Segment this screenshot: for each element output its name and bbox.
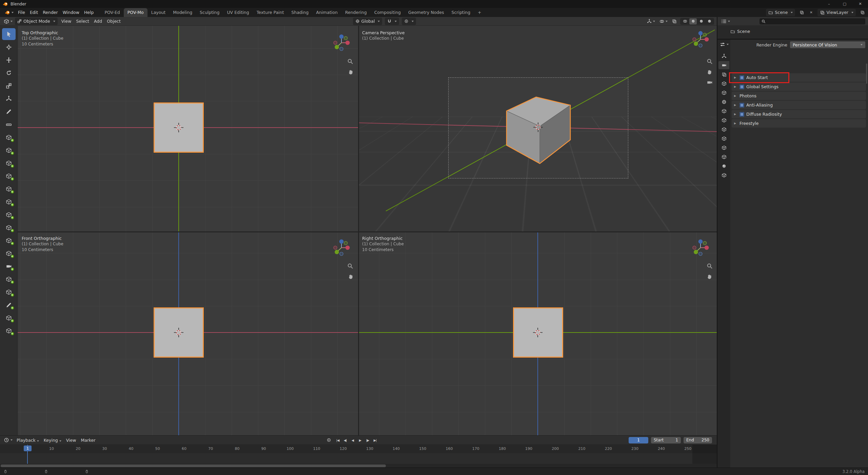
pan-hand-icon[interactable] (348, 273, 354, 280)
timeline-menu-keying[interactable]: Keying (41, 437, 64, 444)
tool-add-cone[interactable]: + (2, 196, 16, 208)
timeline-menu-marker[interactable]: Marker (78, 437, 98, 444)
properties-tab-world[interactable] (718, 98, 729, 106)
viewlayer-selector[interactable]: ViewLayer (817, 9, 856, 16)
tool-cursor[interactable] (2, 41, 16, 53)
snapping-selector[interactable] (385, 18, 399, 25)
workspace-tab-layout[interactable]: Layout (147, 8, 170, 17)
tool-add-uv-sphere[interactable]: + (2, 157, 16, 169)
zoom-icon[interactable] (347, 263, 353, 269)
workspace-tab-scripting[interactable]: Scripting (448, 8, 474, 17)
workspace-tab-pov-mo[interactable]: POV-Mo (124, 8, 147, 17)
viewport-camera-perspective[interactable]: Camera Perspective (1) Collection | Cube (359, 26, 717, 232)
navigation-gizmo[interactable] (332, 33, 351, 53)
panel-diffuse-radiosity[interactable]: ▶Diffuse Radiosity (732, 110, 866, 118)
tool-scale[interactable] (2, 80, 16, 92)
panel-auto-start[interactable]: ▶Auto Start (732, 73, 866, 82)
viewport-horizontal-divider[interactable] (0, 231, 717, 232)
xray-toggle[interactable] (671, 18, 678, 24)
tool-add-cylinder[interactable]: + (2, 183, 16, 195)
tool-add-grid[interactable]: + (2, 222, 16, 233)
menu-file[interactable]: File (16, 9, 27, 16)
maximize-button[interactable]: ▢ (837, 0, 852, 8)
viewport-right-orthographic[interactable]: Right Orthographic (1) Collection | Cube… (359, 232, 717, 435)
workspace-tab-texture-paint[interactable]: Texture Paint (253, 8, 288, 17)
jump-to-end-button[interactable]: ▶| (372, 437, 378, 443)
properties-tab-output[interactable] (718, 70, 729, 78)
pan-hand-icon[interactable] (348, 69, 354, 75)
current-frame-field[interactable]: 1 (629, 437, 648, 443)
jump-to-start-button[interactable]: |◀ (334, 437, 341, 443)
timeline-editor-type-selector[interactable] (3, 437, 14, 443)
tool-move[interactable] (2, 54, 16, 66)
workspace-tab-geometry-nodes[interactable]: Geometry Nodes (405, 8, 448, 17)
properties-tab-physics[interactable] (718, 134, 729, 142)
viewport-menu-select[interactable]: Select (74, 18, 92, 25)
prev-keyframe-button[interactable]: ◀| (342, 437, 349, 443)
properties-tab-particles[interactable] (718, 125, 729, 133)
tool-add-monkey[interactable]: + (2, 234, 16, 246)
panel-photons[interactable]: ▶Photons (732, 92, 866, 100)
workspace-tab-rendering[interactable]: Rendering (341, 8, 371, 17)
timeline-menu-view[interactable]: View (64, 437, 79, 444)
zoom-icon[interactable] (707, 263, 713, 269)
properties-tab-material[interactable] (718, 162, 729, 170)
tool-add-cube[interactable]: + (2, 144, 16, 156)
menu-edit[interactable]: Edit (27, 9, 40, 16)
tool-add-plane[interactable]: + (2, 131, 16, 143)
workspace-tab-shading[interactable]: Shading (288, 8, 312, 17)
properties-tab-view-layer[interactable] (718, 79, 729, 88)
close-button[interactable]: ✕ (852, 0, 868, 8)
tool-annotate[interactable] (2, 106, 16, 117)
timeline-track-area[interactable] (0, 453, 717, 464)
proportional-editing-selector[interactable] (402, 18, 416, 25)
tool-add-camera[interactable]: + (2, 260, 16, 272)
outliner-editor-type-selector[interactable] (720, 18, 731, 25)
zoom-icon[interactable] (707, 58, 713, 64)
tool-add-torus[interactable]: + (2, 209, 16, 221)
properties-tab-render[interactable] (718, 61, 729, 69)
panel-freestyle[interactable]: ▶Freestyle (732, 119, 866, 128)
tool-add-metaball[interactable]: + (2, 312, 16, 324)
transform-orientation-selector[interactable]: Global (353, 18, 382, 25)
shading-wireframe-button[interactable] (681, 18, 689, 24)
properties-tab-texture[interactable] (718, 171, 729, 179)
properties-editor-type-selector[interactable] (719, 41, 730, 48)
navigation-gizmo[interactable] (691, 238, 710, 258)
workspace-tab-animation[interactable]: Animation (312, 8, 341, 17)
render-engine-dropdown[interactable]: Persistence Of Vision (790, 41, 865, 48)
tool-add-lattice[interactable]: + (2, 325, 16, 337)
outliner-search-input[interactable] (767, 19, 863, 24)
properties-tab-object-data[interactable] (718, 153, 729, 161)
camera-view-icon[interactable] (707, 79, 713, 86)
workspace-add-button[interactable]: + (474, 8, 485, 17)
panel-global-settings[interactable]: ▶Global Settings (732, 82, 866, 91)
timeline-ruler[interactable]: 1020304050607080901001101201301401501601… (0, 445, 717, 453)
tool-add-light[interactable]: + (2, 273, 16, 285)
navigation-gizmo[interactable] (332, 238, 351, 258)
pan-hand-icon[interactable] (707, 69, 713, 75)
workspace-tab-modeling[interactable]: Modeling (169, 8, 196, 17)
tool-transform[interactable] (2, 93, 16, 104)
next-keyframe-button[interactable]: |▶ (364, 437, 371, 443)
new-scene-button[interactable] (798, 10, 805, 16)
workspace-tab-pov-ed[interactable]: POV-Ed (101, 8, 123, 17)
unlink-scene-button[interactable]: ✕ (808, 10, 814, 16)
mode-selector[interactable]: Object Mode (15, 18, 58, 25)
menu-help[interactable]: Help (82, 9, 96, 16)
properties-scrollbar[interactable] (866, 63, 867, 84)
viewport-vertical-divider[interactable] (358, 26, 359, 435)
viewport-top-orthographic[interactable]: Top Orthographic (1) Collection | Cube 1… (0, 26, 359, 232)
new-viewlayer-button[interactable] (859, 10, 865, 16)
properties-tab-constraints[interactable] (718, 144, 729, 152)
tool-add-ico-sphere[interactable]: + (2, 170, 16, 182)
tool-measure[interactable] (2, 118, 16, 130)
tool-add-text[interactable]: + (2, 286, 16, 298)
outliner-search[interactable] (760, 18, 865, 24)
timeline-scrollbar-thumb[interactable] (1, 464, 386, 467)
workspace-tab-uv-editing[interactable]: UV Editing (223, 8, 253, 17)
editor-type-selector[interactable] (3, 18, 14, 25)
properties-tab-modifiers[interactable] (718, 116, 729, 124)
shading-solid-button[interactable] (689, 18, 697, 24)
tool-rotate[interactable] (2, 67, 16, 79)
